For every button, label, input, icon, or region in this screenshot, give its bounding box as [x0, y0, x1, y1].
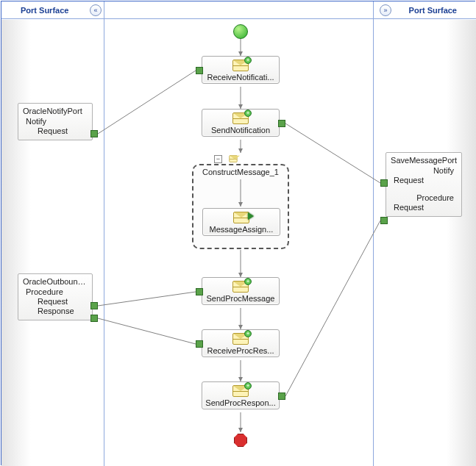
conn-point[interactable]	[90, 302, 98, 309]
construct-icon	[227, 154, 239, 164]
assignment-icon	[233, 212, 249, 223]
message-assignment-shape[interactable]: MessageAssign...	[202, 208, 280, 236]
shape-label: SendProcRespon...	[205, 398, 276, 407]
port-message-notify-req[interactable]: Request	[394, 176, 457, 184]
receive-proc-res-shape[interactable]: + ReceiveProcRes...	[202, 329, 280, 357]
oracle-outbound-port[interactable]: OracleOutboundP... Procedure Request Res…	[18, 273, 93, 320]
port-title: SaveMessagePort	[391, 156, 457, 165]
send-notification-shape[interactable]: + SendNotification	[202, 109, 280, 137]
shape-label: SendNotification	[205, 126, 276, 135]
start-shape[interactable]	[233, 24, 248, 39]
header: Port Surface « » Port Surface	[1, 1, 476, 19]
end-shape[interactable]	[234, 434, 247, 447]
port-message-response[interactable]: Response	[38, 307, 88, 315]
port-message-procedure-req[interactable]: Request	[394, 203, 457, 212]
oracle-notify-port[interactable]: OracleNotifyPort Notify Request	[18, 103, 93, 140]
send-proc-message-shape[interactable]: + SendProcMessage	[202, 277, 280, 305]
save-message-port[interactable]: SaveMessagePort Notify Request Procedure…	[386, 152, 462, 217]
port-title: OracleOutboundP...	[23, 277, 88, 286]
collapse-right-icon[interactable]: »	[380, 4, 391, 16]
port-surface-right-bg	[447, 20, 476, 466]
send-proc-response-shape[interactable]: + SendProcRespon...	[202, 381, 280, 409]
send-icon: +	[232, 385, 249, 397]
shape-label: SendProcMessage	[205, 294, 276, 303]
collapse-toggle-icon[interactable]: −	[214, 155, 222, 163]
conn-point[interactable]	[278, 392, 285, 400]
construct-message-shape[interactable]: − ConstructMessage_1 MessageAssign...	[192, 164, 289, 249]
port-operation[interactable]: Notify	[26, 117, 88, 126]
send-icon: +	[232, 281, 249, 293]
port-operation-procedure[interactable]: Procedure	[391, 193, 454, 202]
conn-point[interactable]	[196, 67, 203, 74]
send-icon: +	[232, 112, 249, 124]
port-message-request[interactable]: Request	[38, 297, 88, 306]
conn-point[interactable]	[90, 315, 98, 322]
construct-label: ConstructMessage_1	[202, 168, 279, 176]
collapse-left-icon[interactable]: «	[90, 4, 102, 16]
port-surface-left-bg	[1, 20, 31, 466]
divider-left	[104, 1, 104, 466]
port-message[interactable]: Request	[38, 126, 88, 135]
shape-label: ReceiveNotificati...	[205, 73, 276, 82]
conn-point[interactable]	[196, 340, 203, 348]
port-operation[interactable]: Procedure	[26, 287, 88, 296]
port-surface-title-left: Port Surface	[21, 6, 68, 15]
conn-point[interactable]	[380, 179, 388, 187]
receive-icon: +	[232, 60, 249, 71]
shape-label: MessageAssign...	[206, 225, 277, 234]
shape-label: ReceiveProcRes...	[205, 346, 276, 355]
conn-point[interactable]	[196, 288, 203, 295]
conn-point[interactable]	[278, 120, 285, 127]
conn-point[interactable]	[90, 130, 98, 137]
receive-notification-shape[interactable]: + ReceiveNotificati...	[202, 56, 280, 84]
port-surface-title-right: Port Surface	[409, 6, 457, 15]
port-title: OracleNotifyPort	[23, 107, 88, 115]
divider-right	[373, 1, 374, 466]
receive-icon: +	[232, 333, 249, 345]
port-operation-notify[interactable]: Notify	[391, 166, 454, 175]
conn-point[interactable]	[380, 217, 388, 224]
